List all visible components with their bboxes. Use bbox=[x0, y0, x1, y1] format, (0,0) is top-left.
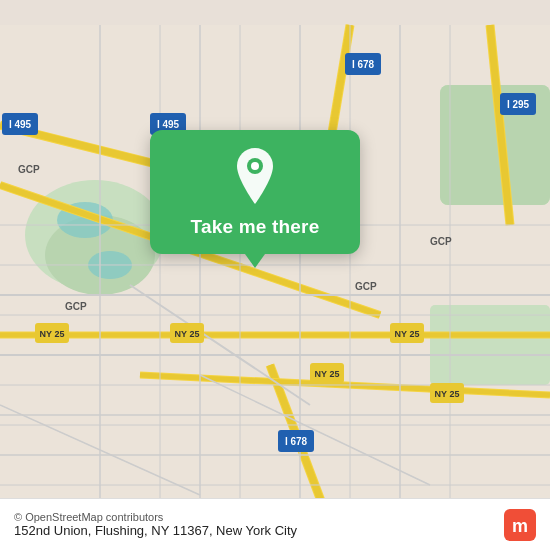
svg-text:GCP: GCP bbox=[65, 301, 87, 312]
svg-text:NY 25: NY 25 bbox=[40, 329, 65, 339]
svg-text:GCP: GCP bbox=[430, 236, 452, 247]
svg-text:I 495: I 495 bbox=[9, 119, 32, 130]
svg-text:NY 25: NY 25 bbox=[315, 369, 340, 379]
bottom-bar: © OpenStreetMap contributors 152nd Union… bbox=[0, 498, 550, 550]
address-text: 152nd Union, Flushing, NY 11367, New Yor… bbox=[14, 523, 297, 538]
svg-text:GCP: GCP bbox=[355, 281, 377, 292]
svg-text:I 678: I 678 bbox=[285, 436, 308, 447]
svg-rect-6 bbox=[430, 305, 550, 385]
svg-text:m: m bbox=[512, 516, 528, 536]
popup-card: Take me there bbox=[150, 130, 360, 254]
svg-text:NY 25: NY 25 bbox=[395, 329, 420, 339]
location-pin-icon bbox=[231, 148, 279, 204]
svg-text:I 495: I 495 bbox=[157, 119, 180, 130]
svg-text:NY 25: NY 25 bbox=[175, 329, 200, 339]
svg-text:GCP: GCP bbox=[18, 164, 40, 175]
svg-point-69 bbox=[251, 162, 259, 170]
svg-text:I 295: I 295 bbox=[507, 99, 530, 110]
svg-text:I 678: I 678 bbox=[352, 59, 375, 70]
moovit-logo-icon: m bbox=[504, 509, 536, 541]
map-background: I 495 I 678 I 678 I 295 I 495 GCP GCP GC… bbox=[0, 0, 550, 550]
take-me-there-button[interactable]: Take me there bbox=[191, 216, 320, 238]
bottom-left-info: © OpenStreetMap contributors 152nd Union… bbox=[14, 511, 297, 538]
svg-text:NY 25: NY 25 bbox=[435, 389, 460, 399]
copyright-text: © OpenStreetMap contributors bbox=[14, 511, 297, 523]
location-icon-wrapper bbox=[231, 148, 279, 208]
map-container: I 495 I 678 I 678 I 295 I 495 GCP GCP GC… bbox=[0, 0, 550, 550]
moovit-logo: m bbox=[504, 509, 536, 541]
